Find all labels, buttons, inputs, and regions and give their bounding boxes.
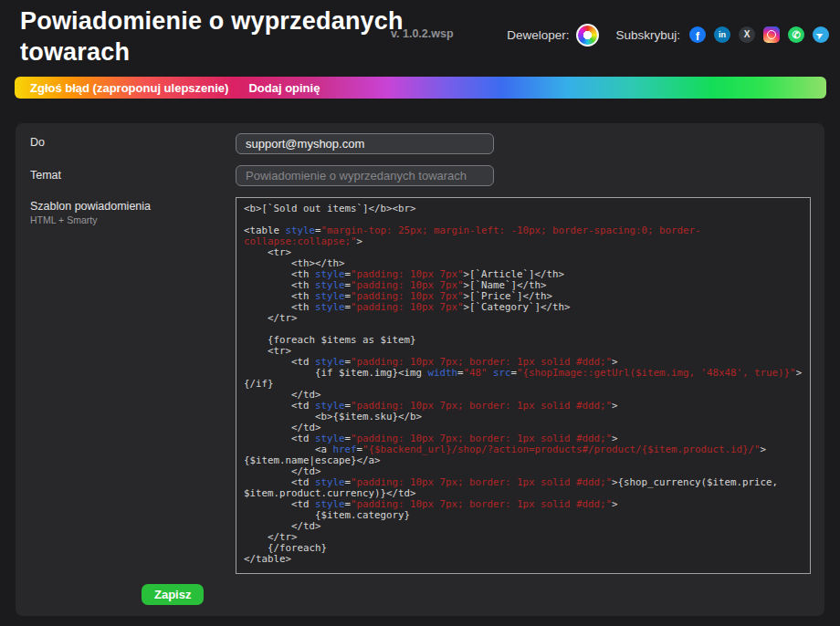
paper-plane-icon: ➤ bbox=[815, 30, 825, 40]
whatsapp-icon[interactable]: ✆ bbox=[788, 26, 804, 43]
subscribe-label: Subskrybuj: bbox=[615, 28, 680, 42]
facebook-icon[interactable]: f bbox=[689, 26, 706, 43]
to-input[interactable] bbox=[236, 133, 494, 154]
telegram-icon[interactable]: ➤ bbox=[813, 26, 829, 43]
page-title: Powiadomienie o wyprzedanych towarach bbox=[20, 5, 431, 68]
template-label: Szablon powiadomienia bbox=[30, 200, 151, 213]
social-icons: f in X ✆ ➤ bbox=[689, 26, 829, 43]
template-sublabel: HTML + Smarty bbox=[30, 214, 97, 225]
save-button[interactable]: Zapisz bbox=[142, 584, 204, 605]
rainbow-nav-bar: Zgłoś błąd (zaproponuj ulepszenie) Dodaj… bbox=[15, 77, 826, 99]
to-label: Do bbox=[30, 136, 45, 149]
add-review-link[interactable]: Dodaj opinię bbox=[248, 81, 320, 95]
instagram-icon[interactable] bbox=[763, 26, 780, 43]
header-right: Deweloper: Subskrybuj: f in X ✆ ➤ bbox=[507, 22, 829, 47]
subject-label: Temat bbox=[30, 169, 61, 182]
x-twitter-icon[interactable]: X bbox=[739, 26, 755, 43]
developer-logo-icon[interactable] bbox=[576, 24, 599, 47]
form-panel: Do Temat Szablon powiadomienia HTML + Sm… bbox=[16, 123, 824, 616]
version-label: v. 1.0.2.wsp bbox=[391, 27, 454, 40]
report-bug-link[interactable]: Zgłoś błąd (zaproponuj ulepszenie) bbox=[30, 81, 228, 95]
linkedin-icon[interactable]: in bbox=[714, 26, 730, 43]
developer-label: Deweloper: bbox=[507, 28, 569, 42]
subject-input[interactable] bbox=[236, 165, 494, 186]
code-editor[interactable]: <b>[`Sold out items`]</b><br> <table sty… bbox=[236, 197, 811, 574]
